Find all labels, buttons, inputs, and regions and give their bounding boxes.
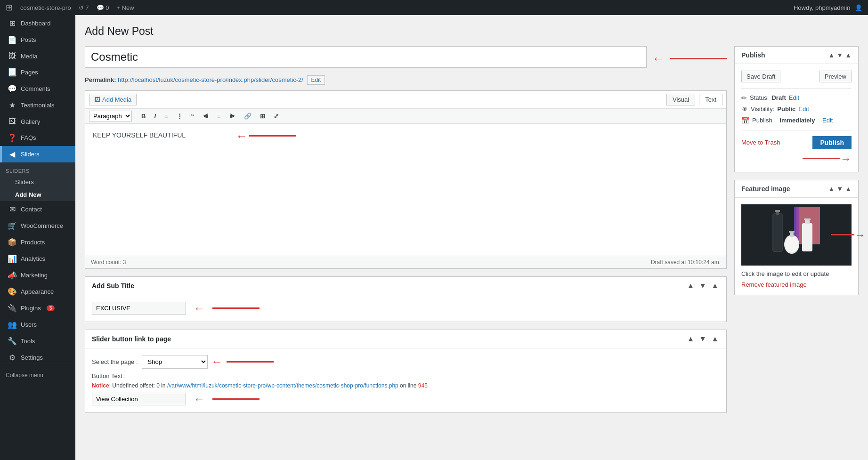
view-collection-input[interactable]	[92, 393, 186, 405]
sidebar-item-media[interactable]: 🖼 Media	[0, 48, 75, 64]
status-icon: ✏	[741, 94, 747, 102]
collapse-menu[interactable]: Collapse menu	[0, 366, 75, 384]
notice-text: Notice: Undefined offset: 0 in /var/www/…	[92, 382, 720, 389]
sidebar-item-pages[interactable]: 📃 Pages	[0, 64, 75, 81]
bold-button[interactable]: B	[138, 111, 149, 121]
publish-when-edit-link[interactable]: Edit	[822, 117, 833, 124]
sidebar-item-faqs[interactable]: ❓ FAQs	[0, 129, 75, 146]
sidebar-item-marketing[interactable]: 📣 Marketing	[0, 267, 75, 283]
editor-tabs-row: 🖼 Add Media Visual Text	[85, 91, 726, 109]
subtitle-metabox-header[interactable]: Add Sub Title ▲ ▼ ▲	[85, 277, 726, 295]
testimonials-icon: ★	[8, 101, 17, 110]
comments-icon: 💬	[97, 4, 104, 11]
slider-button-metabox-header[interactable]: Slider button link to page ▲ ▼ ▲	[85, 330, 726, 348]
permalink-edit-button[interactable]: Edit	[307, 75, 325, 85]
format-select[interactable]: Paragraph Heading 1 Heading 2	[89, 111, 132, 121]
sidebar-item-analytics[interactable]: 📊 Analytics	[0, 250, 75, 267]
sidebar-item-settings[interactable]: ⚙ Settings	[0, 349, 75, 366]
button-text-label: Button Text :	[92, 372, 126, 379]
link-button[interactable]: 🔗	[241, 111, 255, 121]
publish-down-button[interactable]: ▼	[836, 51, 843, 59]
sidebar-item-contact[interactable]: ✉ Contact	[0, 201, 75, 218]
publish-close-button[interactable]: ▲	[845, 51, 852, 59]
align-left-button[interactable]: ⫷	[199, 111, 212, 121]
featured-image-up[interactable]: ▲	[828, 185, 835, 193]
adminbar-howdy: Howdy, phpmyadmin	[794, 4, 850, 11]
visibility-edit-link[interactable]: Edit	[798, 105, 809, 113]
table-button[interactable]: ⊞	[257, 111, 268, 121]
title-arrow-line	[670, 58, 727, 59]
adminbar-new[interactable]: + New	[116, 4, 134, 11]
add-media-button[interactable]: 🖼 Add Media	[89, 94, 137, 105]
wp-logo-icon[interactable]: ⊞	[6, 2, 13, 13]
save-draft-button[interactable]: Save Draft	[741, 71, 780, 82]
subtitle-metabox-toggle[interactable]: ▲	[710, 282, 720, 290]
sidebar-item-gallery[interactable]: 🖼 Gallery	[0, 113, 75, 129]
subtitle-arrow-line	[212, 307, 260, 309]
sidebar-item-appearance[interactable]: 🎨 Appearance	[0, 283, 75, 300]
publish-when-label: Publish	[752, 117, 772, 124]
editor-content[interactable]: KEEP YOURSELF BEAUTIFUL	[85, 124, 726, 256]
sidebar-sub-sliders[interactable]: Sliders	[0, 176, 75, 188]
remove-featured-image-link[interactable]: Remove featured image	[741, 281, 807, 288]
fullscreen-button[interactable]: ⤢	[270, 111, 282, 121]
permalink-url[interactable]: http://localhost/luzuk/cosmetic-store-pr…	[118, 76, 303, 83]
align-right-button[interactable]: ⫸	[226, 111, 239, 121]
blockquote-button[interactable]: “	[188, 111, 198, 121]
slider-button-metabox-title: Slider button link to page	[92, 335, 171, 343]
sidebar-item-comments[interactable]: 💬 Comments	[0, 81, 75, 97]
slider-button-metabox-body: Select the page : Shop Home About Contac…	[85, 348, 726, 412]
subtitle-input[interactable]	[92, 302, 186, 315]
sidebar-item-tools[interactable]: 🔧 Tools	[0, 333, 75, 349]
sidebar-item-users[interactable]: 👥 Users	[0, 316, 75, 333]
sidebar-item-dashboard[interactable]: ⊞ Dashboard	[0, 15, 75, 32]
publish-title: Publish	[741, 51, 765, 59]
sidebar-item-products[interactable]: 📦 Products	[0, 234, 75, 250]
featured-image-down[interactable]: ▼	[836, 185, 843, 193]
collapse-menu-label: Collapse menu	[6, 372, 43, 379]
adminbar-user-icon[interactable]: 👤	[855, 4, 862, 11]
sidebar-item-testimonials[interactable]: ★ Testimonials	[0, 97, 75, 113]
adminbar-comments[interactable]: 💬 0	[97, 4, 109, 11]
sidebar-item-plugins[interactable]: 🔌 Plugins 3	[0, 300, 75, 316]
sidebar-item-sliders[interactable]: ◀ Sliders	[0, 146, 75, 162]
svg-rect-13	[804, 218, 811, 220]
featured-image-close[interactable]: ▲	[845, 185, 852, 193]
subtitle-arrow: ←	[194, 302, 205, 315]
status-edit-link[interactable]: Edit	[789, 94, 799, 101]
align-center-button[interactable]: ≡	[214, 111, 224, 121]
sidebar-item-posts[interactable]: 📄 Posts	[0, 32, 75, 48]
publish-footer: Move to Trash Publish	[741, 136, 852, 149]
slider-btn-metabox-up[interactable]: ▲	[686, 335, 695, 343]
sidebar-sub-add-new[interactable]: Add New	[0, 188, 75, 201]
publish-metabox-body: Save Draft Preview ✏ Status: Draft Edit	[735, 64, 858, 172]
slider-btn-metabox-toggle[interactable]: ▲	[710, 335, 720, 343]
subtitle-metabox-down[interactable]: ▼	[698, 282, 707, 290]
editor-box: 🖼 Add Media Visual Text Paragraph Headin…	[85, 90, 727, 269]
publish-button[interactable]: Publish	[812, 136, 852, 149]
tab-visual[interactable]: Visual	[666, 94, 695, 105]
page-select[interactable]: Shop Home About Contact	[142, 355, 208, 369]
tab-text[interactable]: Text	[699, 94, 722, 105]
preview-button[interactable]: Preview	[819, 71, 852, 82]
italic-button[interactable]: I	[151, 111, 159, 121]
unordered-list-button[interactable]: ≡	[161, 111, 171, 121]
editor-toolbar: Paragraph Heading 1 Heading 2 B I ≡ ⋮ “ …	[85, 109, 726, 124]
publish-up-button[interactable]: ▲	[828, 51, 835, 59]
subtitle-metabox-up[interactable]: ▲	[686, 282, 695, 290]
dashboard-icon: ⊞	[8, 19, 17, 28]
adminbar-site[interactable]: cosmetic-store-pro	[20, 4, 71, 11]
slider-btn-metabox-down[interactable]: ▼	[698, 335, 707, 343]
select-page-label: Select the page :	[92, 358, 138, 365]
tools-icon: 🔧	[8, 337, 17, 346]
woocommerce-icon: 🛒	[8, 221, 17, 230]
featured-image-header: Featured image ▲ ▼ ▲	[735, 180, 858, 198]
ordered-list-button[interactable]: ⋮	[173, 111, 186, 121]
plugins-icon: 🔌	[8, 304, 17, 313]
content-arrow-group: ←	[236, 129, 296, 143]
visibility-label: Visibility:	[751, 105, 774, 113]
adminbar-revisions[interactable]: ↺ 7	[79, 4, 89, 11]
sidebar-item-woocommerce[interactable]: 🛒 WooCommerce	[0, 218, 75, 234]
move-to-trash-button[interactable]: Move to Trash	[741, 139, 780, 146]
post-title-input[interactable]	[85, 46, 647, 68]
